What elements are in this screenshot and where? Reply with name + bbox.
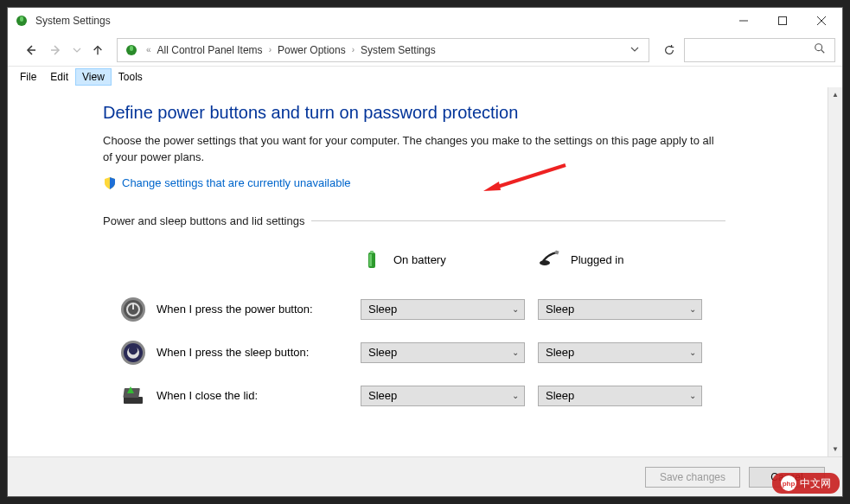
svg-rect-16 (370, 251, 374, 253)
save-button[interactable]: Save changes (645, 467, 740, 488)
main-content: Define power buttons and turn on passwor… (8, 87, 828, 456)
chevron-down-icon: ⌄ (689, 391, 696, 400)
titlebar: System Settings (8, 8, 842, 34)
row-label: When I press the power button: (157, 303, 361, 316)
svg-rect-26 (124, 397, 143, 404)
recent-dropdown[interactable] (70, 38, 84, 62)
chevron-down-icon: ⌄ (689, 348, 696, 357)
battery-icon (361, 249, 383, 271)
svg-rect-19 (554, 250, 559, 254)
section-divider: Power and sleep buttons and lid settings (103, 214, 725, 227)
close-button[interactable] (802, 9, 840, 34)
menu-edit[interactable]: Edit (43, 68, 75, 86)
svg-point-11 (815, 43, 822, 50)
breadcrumb-item[interactable]: All Control Panel Items (154, 44, 266, 56)
footer: Save changes Cancel (8, 456, 842, 496)
power-button-battery-select[interactable]: Sleep⌄ (361, 299, 525, 320)
table-row: When I press the power button: Sleep⌄ Sl… (118, 288, 828, 331)
breadcrumb-item[interactable]: Power Options (274, 44, 349, 56)
search-input[interactable] (684, 38, 835, 62)
svg-point-18 (540, 260, 550, 265)
app-icon (15, 14, 29, 28)
power-button-plugged-select[interactable]: Sleep⌄ (538, 299, 702, 320)
lid-battery-select[interactable]: Sleep⌄ (361, 386, 525, 406)
table-row: When I close the lid: Sleep⌄ Sleep⌄ (118, 374, 828, 418)
section-label: Power and sleep buttons and lid settings (103, 214, 304, 227)
column-header-battery: On battery (393, 253, 446, 266)
up-button[interactable] (86, 38, 110, 62)
chevron-down-icon: ⌄ (512, 348, 519, 357)
page-description: Choose the power settings that you want … (103, 133, 725, 166)
maximize-button[interactable] (763, 9, 802, 34)
power-settings-table: On battery Plugged in When I press the p… (118, 243, 828, 418)
forward-button[interactable] (44, 38, 68, 62)
svg-marker-14 (483, 182, 501, 191)
svg-point-25 (124, 343, 143, 362)
location-icon (125, 43, 138, 57)
navbar: « All Control Panel Items › Power Option… (8, 34, 842, 67)
svg-rect-3 (778, 17, 786, 25)
sleep-button-icon (118, 338, 148, 367)
watermark: 中文网 (772, 473, 840, 494)
vertical-scrollbar[interactable]: ▲ ▼ (828, 87, 842, 456)
address-bar[interactable]: « All Control Panel Items › Power Option… (117, 38, 649, 62)
laptop-lid-icon (118, 381, 148, 411)
power-button-icon (118, 295, 148, 324)
search-icon (814, 42, 826, 58)
crumb-chevron-icon: « (144, 45, 154, 54)
scroll-up-button[interactable]: ▲ (828, 87, 842, 102)
menu-tools[interactable]: Tools (112, 68, 150, 86)
svg-line-13 (492, 165, 566, 188)
svg-rect-1 (20, 16, 23, 22)
row-label: When I press the sleep button: (157, 346, 361, 359)
window-title: System Settings (35, 15, 724, 27)
annotation-arrow (483, 161, 570, 195)
menu-view[interactable]: View (75, 68, 112, 86)
svg-line-12 (821, 49, 825, 53)
table-row: When I press the sleep button: Sleep⌄ Sl… (118, 331, 828, 374)
page-title: Define power buttons and turn on passwor… (103, 103, 828, 123)
shield-icon (103, 176, 117, 190)
svg-rect-10 (130, 46, 133, 51)
back-button[interactable] (18, 38, 42, 62)
scroll-down-button[interactable]: ▼ (828, 442, 842, 456)
row-label: When I close the lid: (157, 389, 361, 402)
minimize-button[interactable] (724, 9, 763, 34)
column-header-plugged: Plugged in (571, 253, 623, 266)
address-dropdown[interactable] (624, 45, 645, 55)
admin-link-row: Change settings that are currently unava… (103, 176, 828, 190)
table-header: On battery Plugged in (118, 243, 828, 278)
chevron-right-icon: › (266, 45, 274, 54)
sleep-button-plugged-select[interactable]: Sleep⌄ (538, 342, 702, 363)
lid-plugged-select[interactable]: Sleep⌄ (538, 386, 702, 406)
menu-file[interactable]: File (13, 68, 43, 86)
chevron-right-icon: › (349, 45, 357, 54)
chevron-down-icon: ⌄ (512, 391, 519, 400)
chevron-down-icon: ⌄ (689, 304, 696, 314)
svg-rect-17 (369, 254, 372, 266)
refresh-button[interactable] (656, 38, 682, 62)
plug-icon (538, 249, 560, 271)
breadcrumb-item[interactable]: System Settings (357, 44, 439, 56)
content-area: Define power buttons and turn on passwor… (8, 87, 842, 456)
settings-window: System Settings « All Control Panel Item… (7, 7, 843, 497)
menubar: File Edit View Tools (8, 67, 842, 87)
chevron-down-icon: ⌄ (512, 304, 519, 314)
change-settings-link[interactable]: Change settings that are currently unava… (122, 176, 351, 189)
sleep-button-battery-select[interactable]: Sleep⌄ (361, 342, 525, 363)
window-controls (724, 9, 840, 34)
